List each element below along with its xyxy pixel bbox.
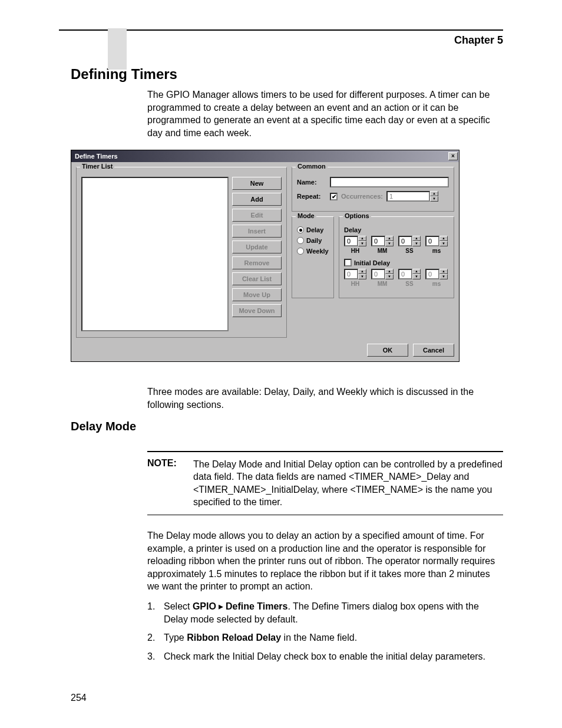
delay-hh-down[interactable]: ▼ [358, 241, 366, 246]
mode-legend: Mode [296, 212, 316, 219]
insert-button[interactable]: Insert [232, 225, 282, 238]
delay-hh-up[interactable]: ▲ [358, 236, 366, 241]
menu-arrow-icon: ▸ [216, 600, 226, 613]
initial-ms-up[interactable]: ▲ [439, 269, 448, 274]
steps-list: 1. Select GPIO▸Define Timers. The Define… [147, 600, 503, 663]
options-legend: Options [343, 212, 371, 219]
occurrences-down[interactable]: ▼ [430, 196, 438, 202]
options-fieldset: Options Delay 0▲▼ 0▲▼ 0▲▼ 0▲▼ HH MM [339, 216, 454, 298]
occurrences-up[interactable]: ▲ [430, 191, 438, 196]
initial-mm-input[interactable]: 0 [371, 269, 385, 279]
note-text: The Delay Mode and Initial Delay option … [193, 458, 503, 509]
delay-ms-up[interactable]: ▲ [439, 236, 448, 241]
initial-ms-label: ms [425, 281, 448, 287]
define-timers-dialog: Define Timers × Timer List New Add Edit … [71, 150, 459, 362]
note-box: NOTE: The Delay Mode and Initial Delay o… [147, 451, 503, 515]
delay-mm-input[interactable]: 0 [371, 236, 385, 246]
occurrences-input[interactable]: 1 [386, 191, 430, 202]
update-button[interactable]: Update [232, 241, 282, 253]
delay-ss-input[interactable]: 0 [398, 236, 412, 246]
move-up-button[interactable]: Move Up [232, 288, 282, 301]
mode-daily-radio[interactable] [297, 237, 304, 244]
section-title: Defining Timers [71, 66, 503, 83]
intro-paragraph: The GPIO Manager allows timers to be use… [147, 88, 503, 139]
initial-hh-down[interactable]: ▼ [358, 274, 366, 279]
initial-delay-checkbox[interactable] [344, 259, 352, 266]
tab-marker [108, 28, 127, 70]
mode-delay-label: Delay [306, 226, 323, 233]
step-2: 2. Type Ribbon Reload Delay in the Name … [147, 631, 503, 644]
delay-mm-down[interactable]: ▼ [385, 241, 394, 246]
page-number: 254 [71, 693, 87, 703]
initial-ms-input[interactable]: 0 [425, 269, 439, 279]
delay-label: Delay [344, 226, 449, 233]
remove-button[interactable]: Remove [232, 256, 282, 269]
initial-mm-label: MM [371, 281, 394, 287]
initial-ss-down[interactable]: ▼ [412, 274, 421, 279]
close-button[interactable]: × [448, 152, 458, 160]
initial-mm-up[interactable]: ▲ [385, 269, 394, 274]
initial-ss-label: SS [398, 281, 421, 287]
step-1: 1. Select GPIO▸Define Timers. The Define… [147, 600, 503, 625]
timer-listbox[interactable] [81, 177, 229, 331]
initial-hh-input[interactable]: 0 [344, 269, 358, 279]
timer-list-fieldset: Timer List New Add Edit Insert Update Re… [76, 167, 287, 338]
note-label: NOTE: [147, 458, 193, 509]
mode-delay-radio[interactable] [297, 226, 304, 233]
delay-ss-up[interactable]: ▲ [412, 236, 421, 241]
repeat-label: Repeat: [297, 193, 326, 200]
ok-button[interactable]: OK [367, 344, 408, 357]
initial-delay-label: Initial Delay [354, 259, 390, 266]
edit-button[interactable]: Edit [232, 209, 282, 222]
add-button[interactable]: Add [232, 193, 282, 206]
initial-hh-label: HH [344, 281, 366, 287]
delay-ss-label: SS [398, 248, 421, 254]
name-input[interactable] [330, 177, 449, 187]
common-legend: Common [296, 163, 328, 170]
delay-ms-label: ms [425, 248, 448, 254]
delay-ss-down[interactable]: ▼ [412, 241, 421, 246]
common-fieldset: Common Name: Repeat: ✔ Occurrences: 1 [292, 167, 454, 212]
occurrences-label: Occurrences: [341, 193, 383, 200]
initial-ms-down[interactable]: ▼ [439, 274, 448, 279]
delay-mm-up[interactable]: ▲ [385, 236, 394, 241]
mode-weekly-radio[interactable] [297, 248, 304, 255]
initial-ss-up[interactable]: ▲ [412, 269, 421, 274]
delay-mode-heading: Delay Mode [71, 420, 503, 433]
clear-list-button[interactable]: Clear List [232, 272, 282, 285]
mode-fieldset: Mode Delay Daily Weekly [292, 216, 334, 298]
initial-mm-down[interactable]: ▼ [385, 274, 394, 279]
dialog-title: Define Timers [75, 153, 448, 160]
repeat-checkbox[interactable]: ✔ [330, 193, 338, 200]
initial-ss-input[interactable]: 0 [398, 269, 412, 279]
cancel-button[interactable]: Cancel [413, 344, 454, 357]
modes-paragraph: Three modes are available: Delay, Daily,… [147, 386, 503, 411]
mode-weekly-label: Weekly [306, 248, 329, 255]
dialog-titlebar: Define Timers × [71, 150, 459, 162]
delay-hh-input[interactable]: 0 [344, 236, 358, 246]
name-label: Name: [297, 179, 326, 186]
step-3: 3. Check mark the Initial Delay check bo… [147, 650, 503, 663]
move-down-button[interactable]: Move Down [232, 304, 282, 317]
mode-daily-label: Daily [306, 237, 322, 244]
delay-ms-input[interactable]: 0 [425, 236, 439, 246]
delay-intro-paragraph: The Delay mode allows you to delay an ac… [147, 529, 503, 593]
initial-hh-up[interactable]: ▲ [358, 269, 366, 274]
delay-hh-label: HH [344, 248, 366, 254]
delay-mm-label: MM [371, 248, 394, 254]
delay-ms-down[interactable]: ▼ [439, 241, 448, 246]
timer-list-legend: Timer List [80, 163, 114, 170]
chapter-heading: Chapter 5 [454, 34, 503, 47]
new-button[interactable]: New [232, 177, 282, 190]
